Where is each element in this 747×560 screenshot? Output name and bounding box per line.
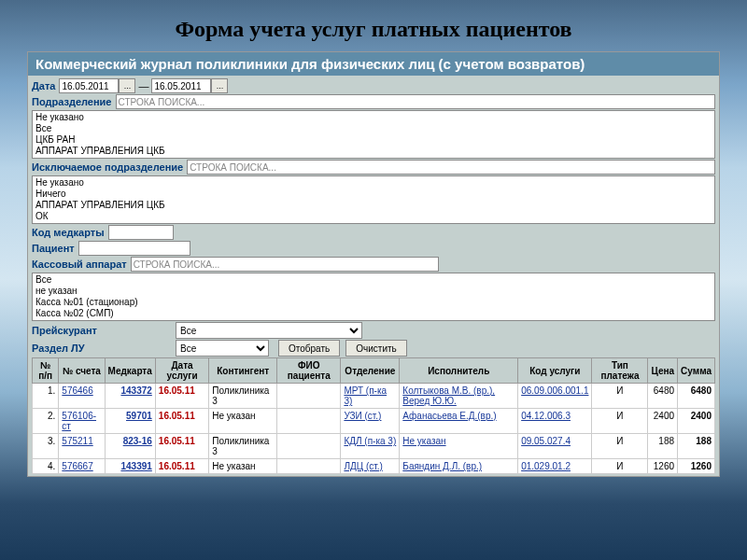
table-row: 3.575211823-1616.05.11Поликлиника 3КДЛ (… bbox=[33, 434, 715, 459]
cell-ptype: И bbox=[592, 459, 648, 474]
results-table: № п/п № счета Медкарта Дата услуги Конти… bbox=[32, 357, 715, 474]
excl-dept-listbox[interactable]: Не указано Ничего АППАРАТ УПРАВЛЕНИЯ ЦКБ… bbox=[32, 175, 715, 224]
cell-dept[interactable]: КДЛ (п-ка 3) bbox=[341, 434, 400, 459]
col-cont: Контингент bbox=[209, 358, 277, 384]
cell-exec[interactable]: Не указан bbox=[400, 434, 518, 459]
list-item[interactable]: ЦКБ РАН bbox=[34, 134, 713, 146]
cell-price: 1260 bbox=[648, 459, 678, 474]
cell-ptype: И bbox=[592, 434, 648, 459]
col-sum: Сумма bbox=[678, 358, 715, 384]
cell-card[interactable]: 823-16 bbox=[105, 434, 155, 459]
col-code: Код услуги bbox=[518, 358, 592, 384]
cash-listbox[interactable]: Все не указан Касса №01 (стационар) Касс… bbox=[32, 273, 715, 321]
col-fio: ФИО пациента bbox=[277, 358, 341, 384]
cell-ptype: И bbox=[592, 409, 648, 434]
dept-listbox[interactable]: Не указано Все ЦКБ РАН АППАРАТ УПРАВЛЕНИ… bbox=[32, 110, 715, 159]
clear-button[interactable]: Очистить bbox=[345, 340, 407, 357]
cell-date: 16.05.11 bbox=[155, 459, 208, 474]
lu-section-label: Раздел ЛУ bbox=[32, 343, 172, 354]
list-item[interactable]: не указан bbox=[34, 286, 713, 297]
table-row: 2.576106-ст5970116.05.11Не указанУЗИ (ст… bbox=[33, 409, 715, 434]
col-price: Цена bbox=[648, 358, 678, 384]
cell-date: 16.05.11 bbox=[155, 434, 208, 459]
cell-exec[interactable]: Колтыкова М.В. (вр.), Веред Ю.Ю. bbox=[400, 384, 518, 409]
cell-cont: Не указан bbox=[209, 459, 277, 474]
cell-acct[interactable]: 576667 bbox=[59, 459, 105, 474]
medcard-label: Код медкарты bbox=[32, 227, 105, 238]
list-item[interactable]: ОК bbox=[34, 211, 713, 222]
date-to-input[interactable] bbox=[151, 78, 211, 93]
cell-price: 188 bbox=[648, 434, 678, 459]
cell-card[interactable]: 143391 bbox=[105, 459, 155, 474]
list-item[interactable]: Не указано bbox=[34, 177, 713, 189]
excl-dept-label: Исключаемое подразделение bbox=[32, 161, 183, 173]
cell-dept[interactable]: ЛДЦ (ст.) bbox=[341, 459, 400, 474]
date-to-picker[interactable]: ... bbox=[211, 78, 228, 93]
cell-exec[interactable]: Афанасьева Е.Д.(вр.) bbox=[400, 409, 518, 434]
list-item[interactable]: АППАРАТ УПРАВЛЕНИЯ ЦКБ bbox=[34, 200, 713, 211]
list-item[interactable]: АППАРАТ УПРАВЛЕНИЯ ЦКБ bbox=[34, 146, 713, 157]
medcard-input[interactable] bbox=[108, 225, 174, 240]
cell-fio bbox=[277, 459, 341, 474]
excl-dept-search-input[interactable] bbox=[187, 160, 715, 175]
cell-code[interactable]: 06.09.006.001.1 bbox=[518, 384, 592, 409]
patient-input[interactable] bbox=[78, 241, 190, 256]
date-label: Дата bbox=[32, 80, 55, 91]
lu-section-select[interactable]: Все bbox=[176, 340, 269, 357]
cell-cont: Не указан bbox=[209, 409, 277, 434]
cell-acct[interactable]: 576466 bbox=[59, 384, 105, 409]
cell-cont: Поликлиника 3 bbox=[209, 384, 277, 409]
cell-code[interactable]: 04.12.006.3 bbox=[518, 409, 592, 434]
table-row: 4.57666714339116.05.11Не указанЛДЦ (ст.)… bbox=[33, 459, 715, 474]
col-ptype: Тип платежа bbox=[592, 358, 648, 384]
cell-acct[interactable]: 575211 bbox=[59, 434, 105, 459]
cell-sum: 1260 bbox=[678, 459, 715, 474]
cell-n: 3. bbox=[33, 434, 59, 459]
list-item[interactable]: Все bbox=[34, 123, 713, 134]
list-item[interactable]: Не указано bbox=[34, 112, 713, 123]
cell-sum: 188 bbox=[678, 434, 715, 459]
pricelist-label: Прейскурант bbox=[32, 325, 172, 336]
cell-dept[interactable]: МРТ (п-ка 3) bbox=[341, 384, 400, 409]
cell-n: 2. bbox=[33, 409, 59, 434]
date-from-input[interactable] bbox=[59, 78, 119, 93]
cash-label: Кассовый аппарат bbox=[32, 259, 127, 270]
list-item[interactable]: Ничего bbox=[34, 189, 713, 200]
col-dept: Отделение bbox=[341, 358, 400, 384]
cell-exec[interactable]: Баяндин Д.Л. (вр.) bbox=[400, 459, 518, 474]
cell-fio bbox=[277, 409, 341, 434]
cell-dept[interactable]: УЗИ (ст.) bbox=[341, 409, 400, 434]
cell-price: 6480 bbox=[648, 384, 678, 409]
cell-n: 4. bbox=[33, 459, 59, 474]
cell-card[interactable]: 59701 bbox=[105, 409, 155, 434]
app-header: Коммерческий журнал поликлиники для физи… bbox=[28, 52, 719, 76]
col-acct: № счета bbox=[59, 358, 105, 384]
date-from-picker[interactable]: ... bbox=[119, 78, 135, 93]
cell-fio bbox=[277, 384, 341, 409]
cell-price: 2400 bbox=[648, 409, 678, 434]
table-row: 1.57646614337216.05.11Поликлиника 3МРТ (… bbox=[33, 384, 715, 409]
cell-code[interactable]: 01.029.01.2 bbox=[518, 459, 592, 474]
dept-label: Подразделение bbox=[32, 96, 112, 107]
patient-label: Пациент bbox=[32, 243, 75, 254]
cash-search-input[interactable] bbox=[131, 257, 439, 272]
dept-search-input[interactable] bbox=[116, 94, 716, 109]
list-item[interactable]: Касса №01 (стационар) bbox=[34, 297, 713, 308]
app-window: Коммерческий журнал поликлиники для физи… bbox=[27, 51, 720, 477]
list-item[interactable]: Все bbox=[34, 274, 713, 286]
form-body: Дата ... — ... Подразделение Не указано … bbox=[28, 76, 719, 476]
select-button[interactable]: Отобрать bbox=[278, 340, 340, 357]
cell-sum: 2400 bbox=[678, 409, 715, 434]
cell-card[interactable]: 143372 bbox=[105, 384, 155, 409]
cell-acct[interactable]: 576106-ст bbox=[59, 409, 105, 434]
cell-cont: Поликлиника 3 bbox=[209, 434, 277, 459]
cell-code[interactable]: 09.05.027.4 bbox=[518, 434, 592, 459]
col-n: № п/п bbox=[33, 358, 59, 384]
cell-ptype: И bbox=[592, 384, 648, 409]
cell-n: 1. bbox=[33, 384, 59, 409]
col-card: Медкарта bbox=[105, 358, 155, 384]
cell-date: 16.05.11 bbox=[155, 384, 208, 409]
slide-title: Форма учета услуг платных пациентов bbox=[0, 0, 747, 51]
pricelist-select[interactable]: Все bbox=[176, 322, 362, 339]
list-item[interactable]: Касса №02 (СМП) bbox=[34, 308, 713, 319]
